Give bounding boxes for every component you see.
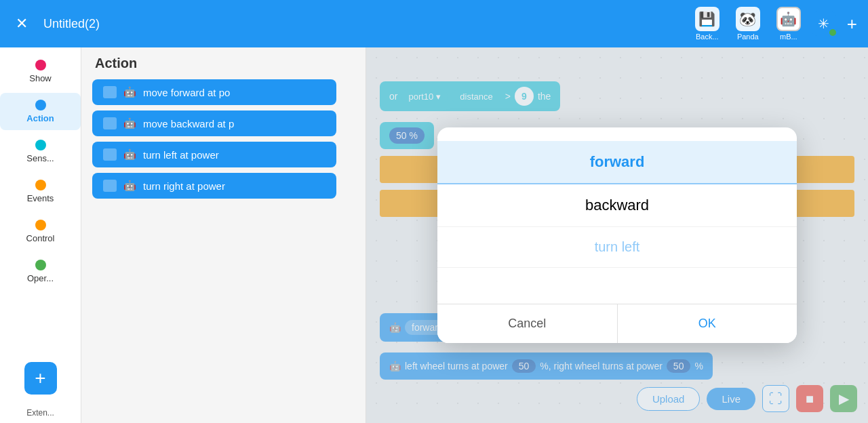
oper-label: Oper... <box>27 273 54 283</box>
bluetooth-button[interactable]: ✳ <box>812 12 836 36</box>
cancel-button[interactable]: Cancel <box>437 304 618 343</box>
block-move-backward[interactable]: 🤖 move backward at p <box>92 110 336 136</box>
block-icon: 🤖 <box>123 117 136 129</box>
dialog-overlay[interactable]: forward backward turn left Cancel OK <box>366 47 868 423</box>
sens-dot <box>35 140 46 150</box>
mbot-label: mB... <box>780 33 797 41</box>
block-text: move backward at p <box>143 118 234 129</box>
sidebar: Show Action Sens... Events Control Oper.… <box>0 47 81 423</box>
oper-dot <box>35 260 46 270</box>
show-dot <box>35 60 46 70</box>
events-dot <box>35 180 46 190</box>
block-text: turn right at power <box>143 180 225 192</box>
block-icon: 🤖 <box>123 180 136 192</box>
close-button[interactable]: ✕ <box>11 15 33 33</box>
save-icon: 💾 <box>695 7 719 31</box>
canvas-area: or port10 ▾ distance > 9 the 50 % <box>366 47 868 423</box>
add-extension-button[interactable]: + <box>24 362 57 395</box>
control-label: Control <box>26 233 55 243</box>
block-icon: 🤖 <box>123 86 136 98</box>
events-label: Events <box>27 193 54 203</box>
show-label: Show <box>29 73 52 83</box>
app-title: Untitled(2) <box>43 17 679 31</box>
control-dot <box>35 220 46 230</box>
main-layout: Show Action Sens... Events Control Oper.… <box>0 47 868 423</box>
bluetooth-badge <box>828 28 837 37</box>
dialog-list: forward backward turn left <box>437 127 797 304</box>
sidebar-item-oper[interactable]: Oper... <box>0 253 81 290</box>
add-icon: + <box>35 367 45 389</box>
add-block-button[interactable]: + <box>847 14 857 35</box>
dialog-item-backward[interactable]: backward <box>437 184 797 227</box>
action-label: Action <box>26 113 54 123</box>
mbot-button[interactable]: 🤖 mB... <box>771 4 806 43</box>
block-turn-right[interactable]: 🤖 turn right at power <box>92 173 336 199</box>
mbot-icon: 🤖 <box>776 7 801 31</box>
back-button[interactable]: 💾 Back... <box>690 4 725 43</box>
blocks-list: 🤖 move forward at po 🤖 move backward at … <box>81 79 366 199</box>
sidebar-item-control[interactable]: Control <box>0 213 81 250</box>
block-move-forward[interactable]: 🤖 move forward at po <box>92 79 336 105</box>
header-icons: 💾 Back... 🐼 Panda 🤖 mB... ✳ <box>690 4 836 43</box>
panda-icon: 🐼 <box>736 7 760 31</box>
block-text: turn left at power <box>143 149 219 161</box>
block-icon: 🤖 <box>123 148 136 161</box>
dialog-actions: Cancel OK <box>437 304 797 343</box>
back-label: Back... <box>696 33 719 41</box>
block-text: move forward at po <box>143 87 230 98</box>
panda-button[interactable]: 🐼 Panda <box>730 4 766 43</box>
sidebar-item-sens[interactable]: Sens... <box>0 133 81 170</box>
dialog-item-turn-left[interactable]: turn left <box>437 227 797 268</box>
sens-label: Sens... <box>26 153 54 163</box>
action-dot <box>35 100 46 110</box>
panda-label: Panda <box>737 33 759 41</box>
header: ✕ Untitled(2) 💾 Back... 🐼 Panda 🤖 mB... … <box>0 0 868 47</box>
sidebar-item-events[interactable]: Events <box>0 173 81 210</box>
blocks-panel: Action 🤖 move forward at po 🤖 move backw… <box>81 47 366 423</box>
dialog-item-forward[interactable]: forward <box>437 141 797 184</box>
direction-dialog: forward backward turn left Cancel OK <box>437 127 797 343</box>
bluetooth-icon: ✳ <box>812 12 836 36</box>
block-turn-left[interactable]: 🤖 turn left at power <box>92 142 336 167</box>
sidebar-item-action[interactable]: Action <box>0 93 81 130</box>
sidebar-item-show[interactable]: Show <box>0 53 81 90</box>
extend-label: Exten... <box>26 408 54 418</box>
ok-button[interactable]: OK <box>618 304 797 343</box>
section-title: Action <box>81 47 366 79</box>
